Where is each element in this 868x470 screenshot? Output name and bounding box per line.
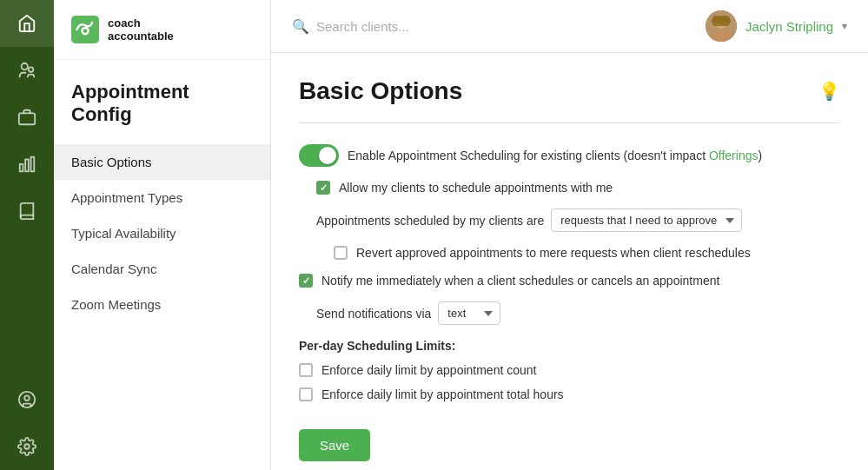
main-content: 🔍 Jaclyn Stripling ▾ Basic Options 💡 [271,0,868,470]
enforce-count-label: Enforce daily limit by appointment count [321,363,536,377]
enforce-hours-checkbox[interactable] [299,387,313,401]
send-notifications-prefix: Send notifications via [316,307,431,321]
revert-appointments-checkbox[interactable] [334,246,348,260]
search-input[interactable] [316,19,507,34]
logo-text: coach accountable [108,17,174,43]
per-day-limits-section: Per-day Scheduling Limits: Enforce daily… [299,339,840,401]
nav-settings[interactable] [0,423,54,470]
svg-point-11 [83,29,88,33]
enable-scheduling-label: Enable Appointment Scheduling for existi… [348,149,762,162]
chevron-down-icon: ▾ [842,20,847,32]
search-icon: 🔍 [292,18,309,35]
nav-clients[interactable] [0,47,54,94]
revert-appointments-row: Revert approved appointments to mere req… [334,246,840,260]
svg-rect-4 [25,160,29,172]
search-area: 🔍 [292,18,706,35]
svg-point-8 [24,444,30,449]
svg-rect-3 [20,164,23,171]
page-header: 🔍 Jaclyn Stripling ▾ [271,0,868,53]
enforce-count-checkbox[interactable] [299,363,313,377]
sidebar-item-typical-availability[interactable]: Typical Availability [54,215,270,251]
sidebar: coach accountable Appointment Config Bas… [54,0,271,470]
approval-select[interactable]: requests that I need to approve [551,209,742,232]
sidebar-item-basic-options[interactable]: Basic Options [54,144,270,180]
help-bulb-icon[interactable]: 💡 [818,81,840,102]
user-menu[interactable]: Jaclyn Stripling ▾ [706,10,847,42]
sidebar-item-calendar-sync[interactable]: Calendar Sync [54,251,270,287]
nav-library[interactable] [0,188,54,235]
enforce-hours-row: Enforce daily limit by appointment total… [299,387,840,401]
svg-point-1 [29,67,34,72]
page-title: Basic Options [299,77,462,105]
notification-via-select[interactable]: text email both [438,301,500,325]
nav-account[interactable] [0,376,54,423]
appointments-scheduled-row: Appointments scheduled by my clients are… [316,209,840,232]
enforce-count-row: Enforce daily limit by appointment count [299,363,840,377]
username-label: Jaclyn Stripling [745,19,833,34]
per-day-label: Per-day Scheduling Limits: [299,339,840,353]
offerings-link[interactable]: Offerings [709,149,759,162]
svg-point-0 [22,63,28,70]
nav-analytics[interactable] [0,141,54,188]
allow-clients-label: Allow my clients to schedule appointment… [339,181,613,195]
sidebar-navigation: Basic Options Appointment Types Typical … [54,141,270,326]
allow-clients-row: Allow my clients to schedule appointment… [316,181,840,195]
header-divider [299,122,840,123]
notify-label: Notify me immediately when a client sche… [321,274,719,288]
notify-row: Notify me immediately when a client sche… [299,274,840,288]
allow-clients-checkbox[interactable] [316,181,330,195]
content-header: Basic Options 💡 [299,77,840,105]
appointments-scheduled-prefix: Appointments scheduled by my clients are [316,214,544,228]
icon-navigation [0,0,54,470]
sidebar-item-appointment-types[interactable]: Appointment Types [54,180,270,215]
logo-icon [71,16,99,43]
sidebar-item-zoom-meetings[interactable]: Zoom Meetings [54,287,270,322]
save-button[interactable]: Save [299,429,370,461]
enable-scheduling-toggle[interactable] [299,144,339,167]
revert-appointments-label: Revert approved appointments to mere req… [356,246,751,260]
svg-rect-2 [19,113,35,124]
nav-home[interactable] [0,0,54,47]
enforce-hours-label: Enforce daily limit by appointment total… [321,387,564,401]
nav-programs[interactable] [0,94,54,141]
send-notifications-row: Send notifications via text email both [316,301,840,325]
page-content: Basic Options 💡 Enable Appointment Sched… [271,53,868,470]
notify-checkbox[interactable] [299,274,313,288]
enable-scheduling-row: Enable Appointment Scheduling for existi… [299,144,840,167]
svg-point-7 [24,395,30,400]
sidebar-title: Appointment Config [54,60,270,141]
logo: coach accountable [54,0,270,60]
svg-rect-5 [31,157,35,172]
avatar [706,10,737,42]
